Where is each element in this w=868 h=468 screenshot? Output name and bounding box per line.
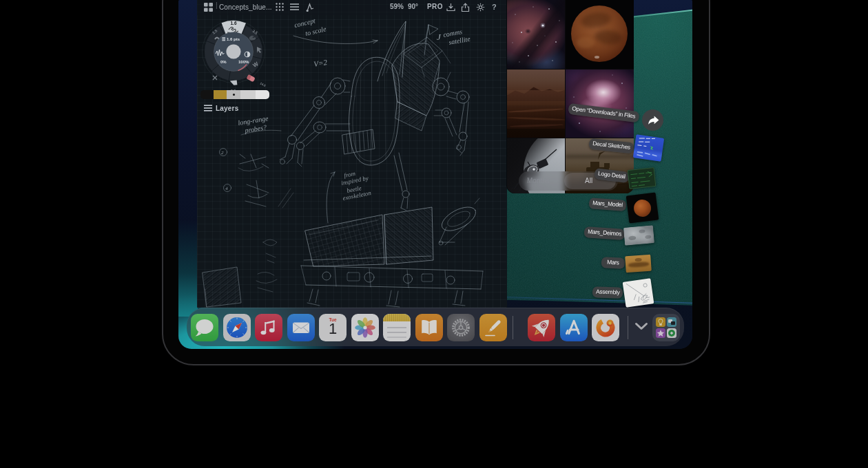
svg-text:0%: 0%: [220, 60, 227, 64]
svg-text:☰ 1.6 pts: ☰ 1.6 pts: [222, 37, 240, 41]
svg-text:14.5: 14.5: [260, 81, 267, 87]
svg-text:1.6: 1.6: [230, 21, 236, 25]
svg-text:to scale: to scale: [304, 25, 327, 37]
svg-text:100%: 100%: [238, 60, 249, 64]
svg-text:V=2: V=2: [313, 58, 328, 68]
svg-text:J: J: [437, 32, 442, 42]
svg-text:2: 2: [221, 150, 224, 156]
svg-text:concept: concept: [293, 17, 316, 29]
svg-text:4: 4: [225, 186, 228, 191]
